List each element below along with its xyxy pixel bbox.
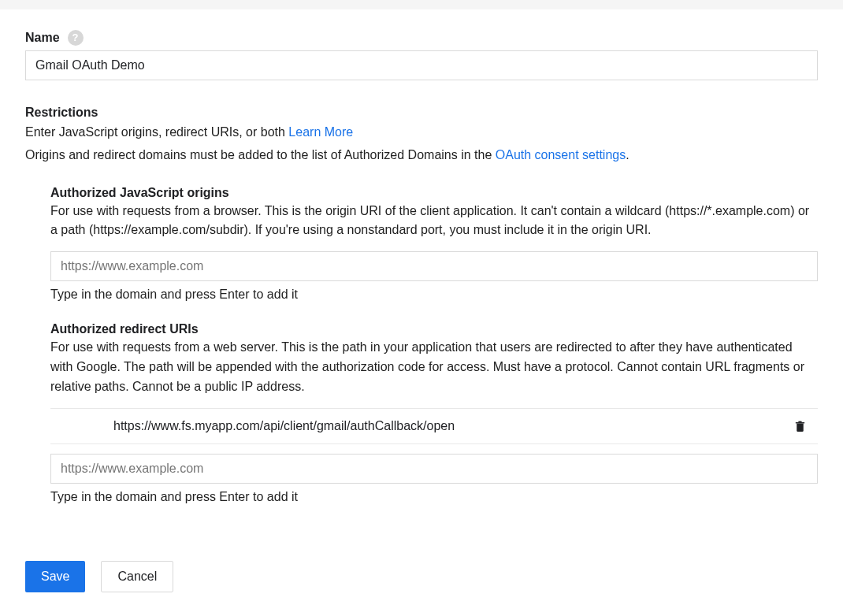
learn-more-link[interactable]: Learn More	[288, 125, 353, 139]
redirect-uris-input[interactable]	[50, 454, 818, 484]
restrictions-line-2: Origins and redirect domains must be add…	[25, 146, 818, 165]
restrictions-line-1: Enter JavaScript origins, redirect URIs,…	[25, 123, 818, 143]
top-strip	[0, 0, 843, 9]
trash-icon	[793, 419, 807, 433]
js-origins-desc: For use with requests from a browser. Th…	[50, 202, 818, 241]
oauth-consent-settings-link[interactable]: OAuth consent settings	[496, 148, 626, 161]
restrictions-heading: Restrictions	[25, 106, 818, 120]
name-label: Name	[25, 31, 60, 45]
js-origins-heading: Authorized JavaScript origins	[50, 186, 818, 200]
form-actions: Save Cancel	[25, 561, 818, 592]
js-origins-section: Authorized JavaScript origins For use wi…	[25, 186, 818, 302]
credentials-form: Name ? Restrictions Enter JavaScript ori…	[0, 30, 843, 616]
name-label-row: Name ?	[25, 30, 818, 46]
redirect-uri-value: https://www.fs.myapp.com/api/client/gmai…	[113, 419, 787, 433]
cancel-button[interactable]: Cancel	[101, 561, 173, 592]
delete-uri-button[interactable]	[787, 416, 813, 436]
js-origins-hint: Type in the domain and press Enter to ad…	[50, 288, 818, 302]
redirect-uris-heading: Authorized redirect URIs	[50, 322, 818, 336]
restrictions-line2-before: Origins and redirect domains must be add…	[25, 148, 496, 161]
restrictions-line1-text: Enter JavaScript origins, redirect URIs,…	[25, 125, 288, 139]
name-input[interactable]	[25, 50, 818, 80]
save-button[interactable]: Save	[25, 561, 85, 592]
redirect-uri-row: https://www.fs.myapp.com/api/client/gmai…	[50, 408, 818, 444]
redirect-uris-desc: For use with requests from a web server.…	[50, 338, 818, 396]
help-icon[interactable]: ?	[68, 30, 84, 46]
redirect-uris-section: Authorized redirect URIs For use with re…	[25, 322, 818, 503]
restrictions-line2-after: .	[626, 148, 629, 161]
js-origins-input[interactable]	[50, 251, 818, 281]
redirect-uris-hint: Type in the domain and press Enter to ad…	[50, 490, 818, 504]
